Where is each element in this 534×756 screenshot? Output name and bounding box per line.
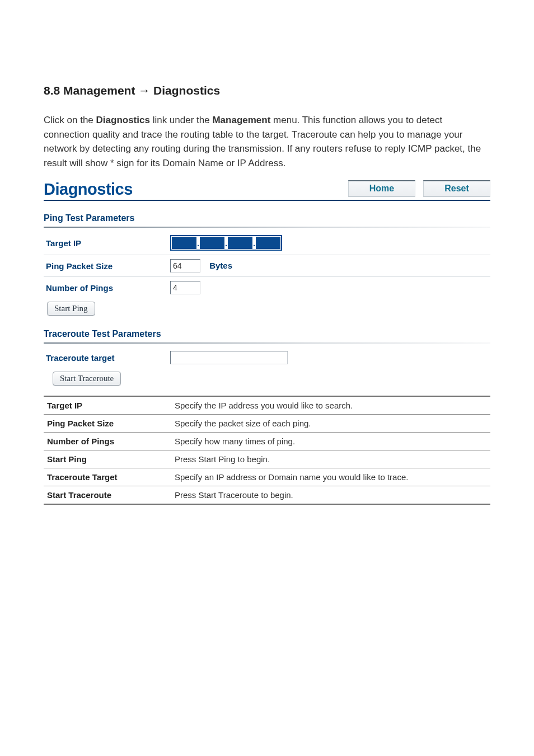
table-row: Traceroute Target Specify an IP address … <box>44 468 490 486</box>
ip-octet-3[interactable] <box>228 237 252 249</box>
def-val: Specify how many times of ping. <box>171 433 490 450</box>
diagnostics-title: Diagnostics <box>44 180 133 199</box>
target-ip-cell: . . . <box>168 231 490 255</box>
start-ping-button[interactable]: Start Ping <box>47 302 95 316</box>
def-val: Specify the packet size of each ping. <box>171 415 490 433</box>
traceroute-target-cell <box>168 347 490 368</box>
def-key: Start Traceroute <box>44 486 171 504</box>
traceroute-target-input[interactable] <box>170 351 288 364</box>
table-row: Traceroute target <box>44 347 490 368</box>
traceroute-target-label: Traceroute target <box>44 347 168 368</box>
intro-bold-diagnostics: Diagnostics <box>96 115 150 125</box>
table-row: Number of Pings Specify how many times o… <box>44 433 490 450</box>
reset-button[interactable]: Reset <box>423 180 490 196</box>
divider <box>44 227 490 228</box>
number-of-pings-input[interactable] <box>170 281 200 294</box>
table-row: Ping Packet Size Bytes <box>44 255 490 277</box>
def-key: Target IP <box>44 397 171 415</box>
table-row: Start Traceroute Press Start Traceroute … <box>44 486 490 504</box>
table-row: Start Ping Press Start Ping to begin. <box>44 450 490 468</box>
def-val: Press Start Traceroute to begin. <box>171 486 490 504</box>
traceroute-parameters-table: Traceroute target <box>44 347 490 368</box>
def-val: Specify the IP address you would like to… <box>171 397 490 415</box>
section-title: 8.8 Management → Diagnostics <box>44 84 490 97</box>
def-key: Start Ping <box>44 450 171 468</box>
def-val: Press Start Ping to begin. <box>171 450 490 468</box>
definitions-table: Target IP Specify the IP address you wou… <box>44 397 490 504</box>
def-val: Specify an IP address or Domain name you… <box>171 468 490 486</box>
intro-paragraph: Click on the Diagnostics link under the … <box>44 113 490 170</box>
intro-text: link under the <box>150 115 213 125</box>
diagnostics-buttons: Home Reset <box>348 180 490 199</box>
divider <box>44 342 490 344</box>
ping-packet-size-cell: Bytes <box>168 255 490 277</box>
table-row: Target IP . . . <box>44 231 490 255</box>
diagnostics-header-bar: Diagnostics Home Reset <box>44 180 490 201</box>
number-of-pings-cell <box>168 277 490 299</box>
start-traceroute-button[interactable]: Start Traceroute <box>53 372 121 386</box>
table-row: Number of Pings <box>44 277 490 299</box>
def-key: Number of Pings <box>44 433 171 450</box>
def-key: Ping Packet Size <box>44 415 171 433</box>
ip-octet-4[interactable] <box>256 237 280 249</box>
table-row: Target IP Specify the IP address you wou… <box>44 397 490 415</box>
ip-octet-1[interactable] <box>172 237 196 249</box>
ping-packet-size-label: Ping Packet Size <box>44 255 168 277</box>
ping-parameters-header: Ping Test Parameters <box>44 213 490 223</box>
number-of-pings-label: Number of Pings <box>44 277 168 299</box>
bytes-label: Bytes <box>209 261 232 270</box>
home-button[interactable]: Home <box>348 180 415 196</box>
table-row: Ping Packet Size Specify the packet size… <box>44 415 490 433</box>
def-key: Traceroute Target <box>44 468 171 486</box>
traceroute-parameters-header: Traceroute Test Parameters <box>44 329 490 339</box>
intro-text: Click on the <box>44 115 96 125</box>
target-ip-field: . . . <box>170 235 282 251</box>
ping-parameters-table: Target IP . . . Ping Packet Size Bytes <box>44 231 490 298</box>
definitions-table-wrap: Target IP Specify the IP address you wou… <box>44 396 490 505</box>
intro-bold-management: Management <box>212 115 270 125</box>
ping-packet-size-input[interactable] <box>170 259 200 273</box>
target-ip-label: Target IP <box>44 231 168 255</box>
ip-octet-2[interactable] <box>200 237 224 249</box>
